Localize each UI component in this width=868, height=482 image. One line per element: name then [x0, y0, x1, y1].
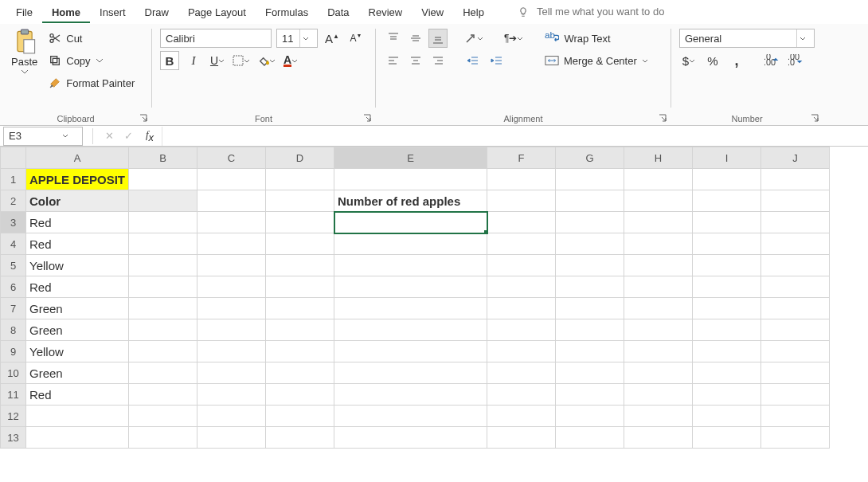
tab-file[interactable]: File — [6, 2, 42, 23]
font-size-input[interactable] — [277, 29, 299, 47]
cell-G1[interactable] — [556, 169, 624, 190]
cell-G9[interactable] — [556, 341, 624, 362]
row-header-3[interactable]: 3 — [1, 212, 26, 233]
cell-J13[interactable] — [761, 427, 830, 449]
tab-insert[interactable]: Insert — [90, 2, 135, 23]
cancel-formula-button[interactable]: ✕ — [100, 130, 119, 142]
row-header-6[interactable]: 6 — [1, 276, 26, 298]
cell-J12[interactable] — [761, 406, 830, 427]
borders-button[interactable] — [232, 51, 251, 70]
cell-H3[interactable] — [624, 212, 693, 233]
cell-B6[interactable] — [129, 276, 197, 298]
comma-format-button[interactable]: , — [727, 51, 746, 70]
cell-G7[interactable] — [556, 298, 624, 319]
cell-F1[interactable] — [487, 169, 556, 190]
cell-H12[interactable] — [624, 406, 693, 427]
column-header-H[interactable]: H — [624, 147, 693, 169]
cell-J9[interactable] — [761, 341, 830, 362]
cell-E8[interactable] — [334, 319, 487, 341]
dialog-launcher-clipboard[interactable] — [139, 113, 148, 123]
cell-A10[interactable]: Green — [26, 362, 129, 384]
chevron-down-icon[interactable] — [299, 29, 311, 47]
cell-I3[interactable] — [693, 212, 761, 233]
cell-G3[interactable] — [556, 212, 624, 233]
align-top-button[interactable] — [384, 29, 403, 48]
cell-G5[interactable] — [556, 255, 624, 276]
font-color-button[interactable]: A — [281, 51, 300, 70]
align-left-button[interactable] — [384, 51, 403, 70]
cell-C8[interactable] — [197, 319, 266, 341]
column-header-G[interactable]: G — [556, 147, 624, 169]
cell-H11[interactable] — [624, 384, 693, 406]
cell-E10[interactable] — [334, 362, 487, 384]
cell-C6[interactable] — [197, 276, 266, 298]
cell-C2[interactable] — [197, 190, 266, 212]
cell-H8[interactable] — [624, 319, 693, 341]
cell-J3[interactable] — [761, 212, 830, 233]
cell-G12[interactable] — [556, 406, 624, 427]
cell-H4[interactable] — [624, 233, 693, 255]
row-header-13[interactable]: 13 — [1, 427, 26, 449]
cell-B10[interactable] — [129, 362, 197, 384]
align-middle-button[interactable] — [406, 29, 425, 48]
cell-G2[interactable] — [556, 190, 624, 212]
column-header-B[interactable]: B — [129, 147, 197, 169]
cell-I9[interactable] — [693, 341, 761, 362]
decrease-font-button[interactable]: A▼ — [346, 29, 366, 48]
cell-F9[interactable] — [487, 341, 556, 362]
cell-A12[interactable] — [26, 406, 129, 427]
cell-F8[interactable] — [487, 319, 556, 341]
cell-D13[interactable] — [266, 427, 334, 449]
cell-G8[interactable] — [556, 319, 624, 341]
cell-G11[interactable] — [556, 384, 624, 406]
paste-button[interactable]: Paste — [8, 27, 41, 76]
row-header-11[interactable]: 11 — [1, 384, 26, 406]
cell-C12[interactable] — [197, 406, 266, 427]
cell-D7[interactable] — [266, 298, 334, 319]
cell-I2[interactable] — [693, 190, 761, 212]
percent-format-button[interactable]: % — [703, 51, 722, 70]
cell-E5[interactable] — [334, 255, 487, 276]
cell-B4[interactable] — [129, 233, 197, 255]
cell-D10[interactable] — [266, 362, 334, 384]
row-header-7[interactable]: 7 — [1, 298, 26, 319]
cell-G10[interactable] — [556, 362, 624, 384]
bold-button[interactable]: B — [160, 51, 179, 70]
column-header-I[interactable]: I — [693, 147, 761, 169]
cell-B11[interactable] — [129, 384, 197, 406]
cell-G6[interactable] — [556, 276, 624, 298]
cell-B7[interactable] — [129, 298, 197, 319]
column-header-C[interactable]: C — [197, 147, 266, 169]
cell-F13[interactable] — [487, 427, 556, 449]
cell-C1[interactable] — [197, 169, 266, 190]
cell-E4[interactable] — [334, 233, 487, 255]
cell-I10[interactable] — [693, 362, 761, 384]
accounting-format-button[interactable]: $ — [679, 51, 698, 70]
cell-I5[interactable] — [693, 255, 761, 276]
tab-draw[interactable]: Draw — [135, 2, 178, 23]
cell-F7[interactable] — [487, 298, 556, 319]
name-box-input[interactable] — [4, 130, 60, 142]
column-header-F[interactable]: F — [487, 147, 556, 169]
cell-E12[interactable] — [334, 406, 487, 427]
cell-E11[interactable] — [334, 384, 487, 406]
fx-icon[interactable]: fx — [138, 128, 162, 143]
cell-A3[interactable]: Red — [26, 212, 129, 233]
cell-I6[interactable] — [693, 276, 761, 298]
cell-I13[interactable] — [693, 427, 761, 449]
underline-button[interactable]: U — [208, 51, 227, 70]
format-painter-button[interactable]: Format Painter — [49, 72, 135, 94]
number-format-select[interactable] — [679, 29, 815, 48]
number-format-input[interactable] — [680, 29, 796, 47]
column-header-A[interactable]: A — [26, 147, 129, 169]
cell-J11[interactable] — [761, 384, 830, 406]
cell-D4[interactable] — [266, 233, 334, 255]
cell-H1[interactable] — [624, 169, 693, 190]
row-header-9[interactable]: 9 — [1, 341, 26, 362]
cell-I7[interactable] — [693, 298, 761, 319]
cell-H7[interactable] — [624, 298, 693, 319]
cell-A5[interactable]: Yellow — [26, 255, 129, 276]
cell-C7[interactable] — [197, 298, 266, 319]
tab-help[interactable]: Help — [453, 2, 494, 23]
cell-A4[interactable]: Red — [26, 233, 129, 255]
